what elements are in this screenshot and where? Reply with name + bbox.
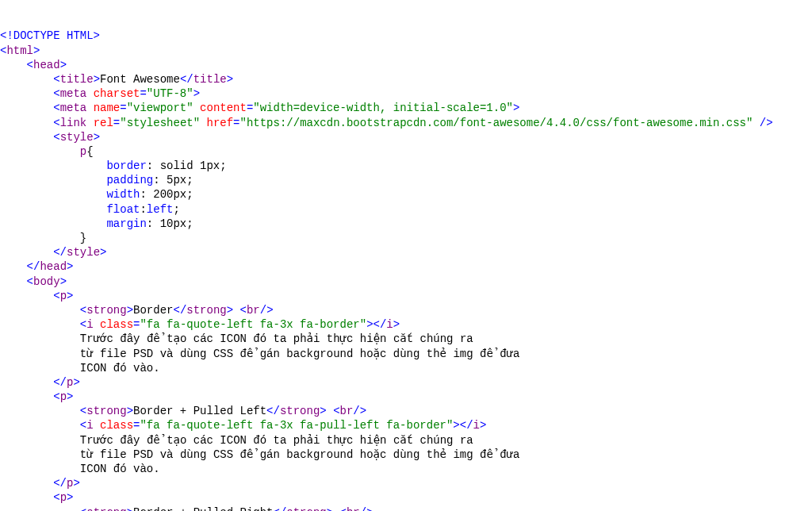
tag-bracket: > [67,390,73,403]
style-tag: style [60,131,94,144]
css-val-width: : 200px; [140,188,193,201]
tag-bracket: < [240,304,247,317]
head-open-tag: head [33,59,60,71]
stylesheet-value: "stylesheet" [120,117,200,129]
tag-bracket: > [193,87,200,100]
tag-bracket: </ [27,260,40,273]
tag-bracket: < [80,405,86,417]
tag-bracket: > [60,59,67,71]
href-value: "https://maxcdn.bootstrapcdn.com/font-aw… [240,117,753,129]
tag-bracket: > [67,290,73,302]
i-close-tag: i [386,318,393,331]
i-class-value-2: "fa fa-quote-left fa-3x fa-pull-left fa-… [140,419,453,432]
title-text: Font Awesome [100,73,180,86]
tag-bracket: < [53,117,59,129]
strong-text-pl: Border + Pulled Left [133,405,266,417]
equals: = [120,102,126,114]
tag-bracket: /> [360,506,373,511]
tag-bracket: > [67,491,73,504]
i-tag: i [86,419,93,432]
tag-bracket: < [340,506,347,511]
name-attr: name [94,102,121,114]
strong-text-border: Border [133,304,173,317]
tag-bracket: > [127,405,133,417]
charset-attr: charset [94,87,140,100]
css-selector: p [80,145,86,158]
strong-close-tag: strong [280,405,320,417]
tag-bracket: ></ [366,318,386,331]
tag-bracket: </ [173,304,186,317]
strong-close-tag: strong [286,506,326,511]
tag-bracket: > [73,477,79,490]
tag-bracket: /> [260,304,274,317]
tag-bracket: > [33,44,40,57]
tag-bracket: < [27,59,33,71]
p-tag: p [60,390,67,403]
css-val-border: : solid 1px; [147,159,227,172]
tag-bracket: /> [353,405,366,417]
para-line-2: từ file PSD và dùng CSS để gán backgroun… [80,448,520,461]
br-tag: br [247,304,260,317]
tag-bracket: ></ [453,419,473,432]
strong-tag: strong [86,405,126,417]
class-attr: class [100,419,133,432]
br-tag: br [347,506,360,511]
tag-bracket: < [53,131,59,144]
p-tag: p [60,491,67,504]
tag-bracket: </ [53,477,67,490]
tag-bracket: < [53,102,59,114]
tag-bracket: > [327,506,333,511]
tag-bracket: < [80,506,86,511]
css-prop-border: border [106,159,146,172]
tag-bracket: </ [274,506,287,511]
meta-tag: meta [60,87,87,100]
title-close-tag: title [193,73,227,86]
equals: = [233,117,239,129]
i-tag: i [86,318,93,331]
css-val-float: left [147,203,174,216]
tag-bracket: > [127,304,133,317]
css-val-margin: : 10px; [147,217,193,230]
tag-bracket: </ [53,246,67,259]
charset-value: "UTF-8" [147,87,193,100]
code-block: <!DOCTYPE HTML> <html> <head> <title>Fon… [0,29,812,511]
p-tag: p [60,290,67,302]
content-attr: content [200,102,247,114]
para-line-3: ICON đó vào. [80,463,160,475]
tag-bracket: </ [180,73,193,86]
tag-bracket: < [53,390,59,403]
tag-bracket: < [27,275,33,288]
tag-bracket: < [53,73,59,86]
tag-bracket: > [227,73,233,86]
tag-bracket: /> [760,117,773,129]
tag-bracket: < [53,87,59,100]
tag-bracket: > [480,419,486,432]
css-val-padding: : 5px; [153,174,193,186]
content-value: "width=device-width, initial-scale=1.0" [253,102,513,114]
tag-bracket: > [393,318,400,331]
strong-text-pr: Border + Pulled Right [133,506,273,511]
title-tag: title [60,73,94,86]
tag-bracket: > [127,506,133,511]
css-prop-width: width [106,188,140,201]
para-line-3: ICON đó vào. [80,362,160,375]
doctype-line: <!DOCTYPE HTML> [0,29,100,42]
tag-bracket: > [227,304,233,317]
body-tag: body [33,275,60,288]
css-prop-float: float [106,203,140,216]
strong-tag: strong [86,506,126,511]
tag-bracket: < [80,318,86,331]
tag-bracket: </ [53,376,67,389]
tag-bracket: > [100,246,106,259]
head-close-tag: head [40,260,67,273]
tag-bracket: </ [266,405,280,417]
i-close-tag: i [473,419,480,432]
link-tag: link [60,117,87,129]
equals: = [140,87,146,100]
tag-bracket: < [80,304,86,317]
tag-bracket: > [320,405,326,417]
tag-bracket: > [94,131,100,144]
strong-close-tag: strong [186,304,226,317]
equals: = [113,117,120,129]
tag-bracket: < [333,405,339,417]
